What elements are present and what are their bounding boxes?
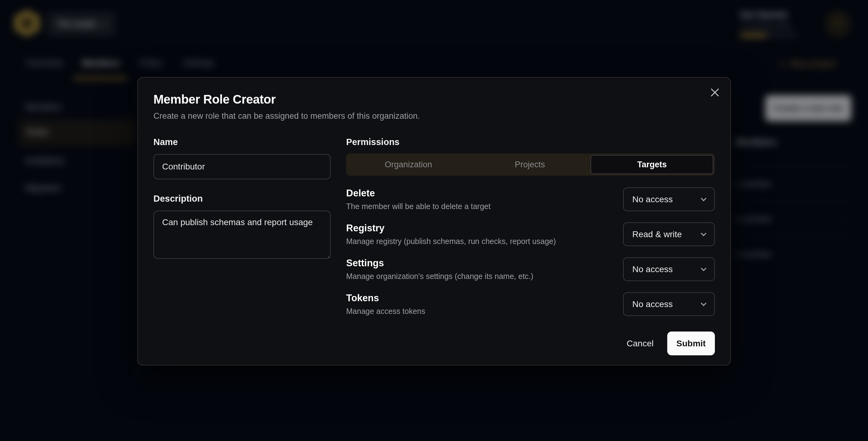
permission-row-delete: Delete The member will be able to delete… [346, 187, 715, 211]
description-label: Description [153, 194, 331, 204]
chevron-down-icon [701, 300, 706, 306]
tab-organization[interactable]: Organization [348, 155, 469, 174]
permission-rows: Delete The member will be able to delete… [346, 187, 715, 327]
tab-projects[interactable]: Projects [469, 155, 591, 174]
permission-row-registry: Registry Manage registry (publish schema… [346, 222, 715, 246]
delete-access-select[interactable]: No access [623, 187, 715, 211]
name-input[interactable] [153, 154, 331, 179]
permission-title: Settings [346, 258, 533, 269]
permission-description: The member will be able to delete a targ… [346, 202, 491, 211]
settings-access-select[interactable]: No access [623, 257, 715, 281]
select-value: No access [632, 300, 673, 309]
member-role-creator-dialog: Member Role Creator Create a new role th… [137, 77, 731, 366]
dialog-subtitle: Create a new role that can be assigned t… [153, 111, 715, 121]
chevron-down-icon [701, 195, 706, 201]
permissions-tabs: Organization Projects Targets [346, 153, 715, 176]
submit-button[interactable]: Submit [667, 332, 715, 355]
name-label: Name [153, 137, 331, 147]
select-value: No access [632, 264, 673, 274]
permission-description: Manage access tokens [346, 307, 425, 316]
dialog-title: Member Role Creator [153, 92, 715, 106]
tokens-access-select[interactable]: No access [623, 292, 715, 316]
permission-description: Manage registry (publish schemas, run ch… [346, 237, 556, 246]
permissions-label: Permissions [346, 137, 715, 147]
app-window: The Guild Get Started 4 remaining tasks … [0, 0, 868, 441]
permission-title: Tokens [346, 292, 425, 304]
permission-row-tokens: Tokens Manage access tokens No access [346, 292, 715, 316]
permission-title: Registry [346, 223, 556, 234]
permission-description: Manage organization's settings (change i… [346, 272, 533, 281]
close-icon[interactable] [708, 86, 722, 99]
permission-title: Delete [346, 188, 491, 199]
chevron-down-icon [701, 230, 706, 236]
dialog-footer: Cancel Submit [346, 332, 715, 355]
permission-row-settings: Settings Manage organization's settings … [346, 257, 715, 281]
select-value: No access [632, 194, 673, 204]
cancel-button[interactable]: Cancel [627, 339, 654, 349]
select-value: Read & write [632, 229, 682, 239]
registry-access-select[interactable]: Read & write [623, 222, 715, 246]
chevron-down-icon [701, 265, 706, 271]
description-textarea[interactable]: Can publish schemas and report usage [153, 211, 331, 259]
tab-targets[interactable]: Targets [591, 155, 713, 174]
